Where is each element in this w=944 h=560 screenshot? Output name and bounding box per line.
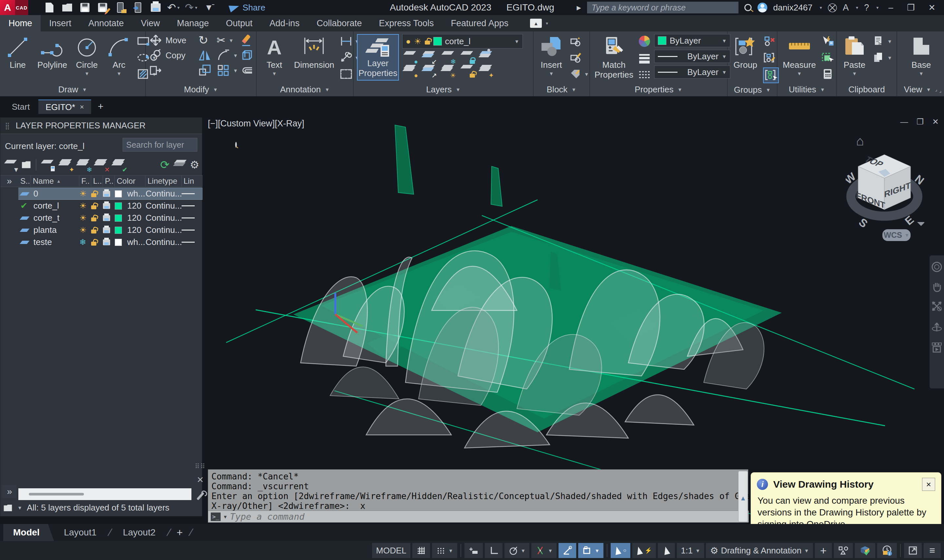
color-label[interactable]: 120 [127,225,145,235]
plot-toggle-icon[interactable] [103,203,110,209]
restore-button[interactable]: ❐ [903,3,918,13]
layer-lock-button[interactable] [459,51,472,62]
model-space-button[interactable]: MODEL [372,543,410,558]
tab-close-icon[interactable]: × [80,103,84,111]
palette-horizontal-scrollbar[interactable] [19,488,191,500]
layer-thaw-all-button[interactable]: ☀ [440,65,453,76]
insert-dropdown-icon[interactable]: ▼ [549,71,554,76]
layer-search-box[interactable] [123,138,197,152]
col-lineweight[interactable]: Lin [182,175,202,187]
annotation-monitor-button[interactable]: + [815,543,832,558]
lineweight-dropdown[interactable]: ByLayer ▼ [654,50,730,63]
autodesk-icon[interactable]: A [843,3,848,13]
tab-view[interactable]: View [133,15,168,31]
isometric-dropdown-icon[interactable]: ▼ [548,548,553,554]
freeze-toggle-icon[interactable]: ☀ [79,189,86,198]
col-status[interactable]: S.. [19,175,31,187]
select-similar-button[interactable] [821,51,834,64]
layer-dropdown[interactable]: ● ☀ corte_l ▼ [402,34,523,48]
plot-toggle-icon[interactable] [103,191,110,197]
object-snap-tracking-toggle[interactable] [558,543,576,558]
layer-on-icon[interactable]: ● [406,37,411,46]
measure-dropdown-icon[interactable]: ▼ [797,71,802,76]
units-button[interactable] [855,543,875,558]
navigation-bar[interactable] [930,255,944,388]
match-properties-button[interactable]: Match Properties [593,34,635,83]
new-filter-button[interactable]: ▼ [4,159,17,170]
previous-state-button[interactable] [174,159,185,170]
array-dropdown-icon[interactable]: ▼ [233,68,238,73]
col-freeze[interactable]: F.. [79,175,91,187]
color-swatch[interactable] [115,239,122,246]
save-button[interactable] [79,2,91,13]
minimize-button[interactable]: – [884,3,897,13]
move-button[interactable]: Move [149,34,198,47]
linetype-value[interactable]: Continu... [145,189,182,199]
cut-button[interactable]: ✂ ▼ [872,35,892,48]
viewcube[interactable]: W N S E TOP FRONT RIGHT [846,140,924,238]
copy-button[interactable]: Copy [149,49,198,62]
new-layout-button[interactable]: + [172,526,188,539]
mirror-button[interactable] [198,49,217,62]
ungroup-button[interactable] [763,35,779,48]
viewport-close-icon[interactable]: ✕ [932,117,939,126]
text-dropdown-icon[interactable]: ▼ [272,71,277,76]
col-color[interactable]: Color [115,175,145,187]
settings-gear-icon[interactable]: ⚙ [190,158,199,171]
stretch-button[interactable] [149,64,198,77]
snap-dropdown-icon[interactable]: ▼ [449,548,453,554]
layer-row-corte_t[interactable]: corte_t ☀ 120 Continu... [19,212,202,224]
refresh-icon[interactable]: ⟳ [160,158,170,171]
selection-filter-toggle[interactable] [658,543,675,558]
command-input[interactable] [230,512,746,522]
tab-layout2[interactable]: Layout2 [113,524,165,541]
filter-icon[interactable] [4,504,12,511]
color-label[interactable]: 120 [127,201,145,211]
polyline-button[interactable]: Polyline [35,34,69,83]
polar-dropdown-icon[interactable]: ▼ [521,548,526,554]
layer-on-all-button[interactable]: ● [402,65,415,76]
erase-button[interactable] [240,34,259,47]
command-prompt-icon[interactable]: >_ [211,512,221,521]
group-edit-button[interactable] [763,51,779,64]
new-layer-frozen-button[interactable]: ❄ [76,159,89,170]
viewport-controls-label[interactable]: [−][Custom View][X-Ray] [208,118,304,129]
explode-button[interactable] [240,49,259,62]
copy-clip-button[interactable]: ▼ [872,51,892,64]
customize-qat-button[interactable]: ▼̄ [203,2,214,13]
palette-title-bar[interactable]: ⣿ LAYER PROPERTIES MANAGER [0,118,202,134]
search-icon[interactable] [744,4,751,11]
save-as-button[interactable] [97,2,108,13]
paste-dropdown-icon[interactable]: ▼ [852,71,857,76]
circle-button[interactable]: Circle ▼ [72,34,101,83]
text-button[interactable]: A Text ▼ [260,34,289,83]
linetype-dropdown-arrow-icon[interactable]: ▼ [722,69,727,75]
set-current-button[interactable]: ✔ [112,159,125,170]
color-dropdown[interactable]: ByLayer ▼ [654,34,730,47]
scale-button[interactable] [198,64,217,77]
dynamic-input-toggle[interactable] [464,543,483,558]
lock-toggle-icon[interactable] [91,242,96,246]
panel-label-draw[interactable]: Draw▼ [0,83,145,96]
base-dropdown-icon[interactable]: ▼ [919,71,924,76]
dimension-button[interactable]: Dimension [292,34,336,83]
search-expand-icon[interactable]: ▸ [577,2,581,13]
viewport-restore-icon[interactable]: ❐ [916,117,924,126]
tab-add-ins[interactable]: Add-ins [261,15,308,31]
color-label[interactable]: 120 [127,213,145,223]
palette-grip[interactable]: ⣿ [5,124,11,128]
fillet-button[interactable]: ▼ [217,49,240,62]
linetype-value[interactable]: Continu... [145,237,182,247]
panel-label-annotation[interactable]: Annotation▼ [257,83,353,96]
color-swatch[interactable] [115,214,122,222]
customization-menu-button[interactable]: ≡ [924,543,941,558]
lock-toggle-icon[interactable] [91,205,96,209]
paste-button[interactable]: Paste ▼ [840,34,869,83]
block-attributes-button[interactable]: ▼ [569,68,589,80]
command-close-icon[interactable]: ✕ [197,475,204,485]
freeze-toggle-icon[interactable]: ☀ [79,213,86,223]
layer-row-corte_l[interactable]: ✔ corte_l ☀ 120 Continu... [19,200,202,212]
freeze-toggle-icon[interactable]: ☀ [79,201,86,211]
panel-label-utilities[interactable]: Utilities▼ [777,83,836,96]
layer-match-button[interactable]: ✦ [478,65,491,76]
